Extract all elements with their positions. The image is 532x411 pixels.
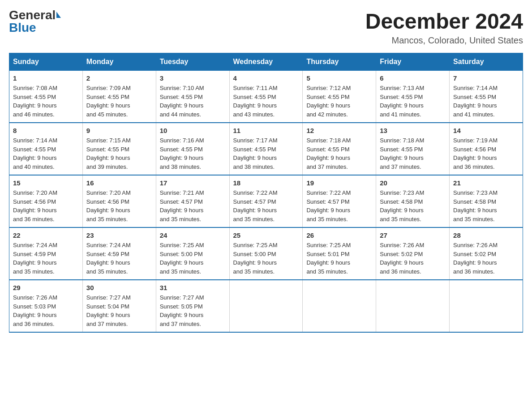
day-info: Sunrise: 7:10 AM Sunset: 4:55 PM Dayligh… xyxy=(160,84,226,119)
sunset-label: Sunset: 5:03 PM xyxy=(13,303,56,310)
sunset-label: Sunset: 4:58 PM xyxy=(453,198,496,205)
daylight-minutes: and 36 minutes. xyxy=(453,268,495,275)
calendar-week-row: 29 Sunrise: 7:26 AM Sunset: 5:03 PM Dayl… xyxy=(9,280,523,332)
day-info: Sunrise: 7:14 AM Sunset: 4:55 PM Dayligh… xyxy=(453,84,519,119)
daylight-label: Daylight: 9 hours xyxy=(380,207,424,214)
header-wednesday: Wednesday xyxy=(229,53,303,71)
sunset-label: Sunset: 5:02 PM xyxy=(453,251,496,257)
day-info: Sunrise: 7:21 AM Sunset: 4:57 PM Dayligh… xyxy=(160,188,226,223)
table-row: 15 Sunrise: 7:20 AM Sunset: 4:56 PM Dayl… xyxy=(9,175,83,227)
daylight-label: Daylight: 9 hours xyxy=(233,207,277,214)
sunset-label: Sunset: 4:55 PM xyxy=(380,146,423,153)
daylight-minutes: and 44 minutes. xyxy=(160,111,202,118)
sunrise-label: Sunrise: 7:12 AM xyxy=(306,85,351,91)
sunset-label: Sunset: 4:59 PM xyxy=(86,251,129,257)
header-saturday: Saturday xyxy=(450,53,523,71)
daylight-label: Daylight: 9 hours xyxy=(160,154,204,161)
daylight-label: Daylight: 9 hours xyxy=(380,102,424,109)
table-row: 17 Sunrise: 7:21 AM Sunset: 4:57 PM Dayl… xyxy=(156,175,229,227)
daylight-minutes: and 41 minutes. xyxy=(380,111,421,118)
daylight-minutes: and 35 minutes. xyxy=(233,268,275,275)
daylight-minutes: and 37 minutes. xyxy=(380,163,421,170)
daylight-label: Daylight: 9 hours xyxy=(453,259,497,266)
sunset-label: Sunset: 5:04 PM xyxy=(86,303,129,310)
table-row: 29 Sunrise: 7:26 AM Sunset: 5:03 PM Dayl… xyxy=(9,280,83,332)
day-number: 1 xyxy=(13,74,79,82)
daylight-label: Daylight: 9 hours xyxy=(86,259,130,266)
table-row: 28 Sunrise: 7:26 AM Sunset: 5:02 PM Dayl… xyxy=(450,227,523,280)
table-row xyxy=(376,280,450,332)
daylight-label: Daylight: 9 hours xyxy=(380,154,424,161)
day-number: 9 xyxy=(86,127,152,134)
sunrise-label: Sunrise: 7:14 AM xyxy=(13,137,57,144)
sunrise-label: Sunrise: 7:27 AM xyxy=(86,294,131,301)
sunset-label: Sunset: 5:01 PM xyxy=(306,251,349,257)
sunset-label: Sunset: 4:55 PM xyxy=(86,94,129,100)
table-row: 3 Sunrise: 7:10 AM Sunset: 4:55 PM Dayli… xyxy=(156,71,229,123)
sunrise-label: Sunrise: 7:08 AM xyxy=(13,85,57,91)
sunset-label: Sunset: 4:57 PM xyxy=(160,198,203,205)
table-row: 14 Sunrise: 7:19 AM Sunset: 4:56 PM Dayl… xyxy=(450,123,523,175)
day-number: 6 xyxy=(380,74,446,82)
day-number: 14 xyxy=(453,127,519,134)
daylight-label: Daylight: 9 hours xyxy=(13,154,57,161)
daylight-label: Daylight: 9 hours xyxy=(13,259,57,266)
location-title: Mancos, Colorado, United States xyxy=(365,35,523,46)
table-row: 26 Sunrise: 7:25 AM Sunset: 5:01 PM Dayl… xyxy=(303,227,376,280)
header-friday: Friday xyxy=(376,53,450,71)
sunset-label: Sunset: 4:56 PM xyxy=(13,198,56,205)
sunrise-label: Sunrise: 7:19 AM xyxy=(453,137,498,144)
daylight-label: Daylight: 9 hours xyxy=(306,154,350,161)
table-row: 21 Sunrise: 7:23 AM Sunset: 4:58 PM Dayl… xyxy=(450,175,523,227)
sunset-label: Sunset: 4:55 PM xyxy=(306,146,349,153)
day-info: Sunrise: 7:23 AM Sunset: 4:58 PM Dayligh… xyxy=(453,188,519,223)
page-header: General Blue December 2024 Mancos, Color… xyxy=(9,9,523,46)
daylight-label: Daylight: 9 hours xyxy=(13,312,57,318)
daylight-label: Daylight: 9 hours xyxy=(233,259,277,266)
daylight-label: Daylight: 9 hours xyxy=(160,259,204,266)
sunrise-label: Sunrise: 7:27 AM xyxy=(160,294,204,301)
day-number: 7 xyxy=(453,74,519,82)
calendar-header-row: Sunday Monday Tuesday Wednesday Thursday… xyxy=(9,53,523,71)
sunrise-label: Sunrise: 7:10 AM xyxy=(160,85,204,91)
sunrise-label: Sunrise: 7:26 AM xyxy=(453,242,498,248)
daylight-minutes: and 36 minutes. xyxy=(380,268,421,275)
table-row xyxy=(303,280,376,332)
daylight-label: Daylight: 9 hours xyxy=(306,259,350,266)
sunset-label: Sunset: 4:55 PM xyxy=(306,94,349,100)
table-row: 16 Sunrise: 7:20 AM Sunset: 4:56 PM Dayl… xyxy=(82,175,156,227)
day-info: Sunrise: 7:27 AM Sunset: 5:04 PM Dayligh… xyxy=(86,293,152,328)
sunrise-label: Sunrise: 7:21 AM xyxy=(160,189,204,196)
daylight-minutes: and 45 minutes. xyxy=(86,111,128,118)
table-row xyxy=(229,280,303,332)
day-number: 19 xyxy=(306,179,372,187)
day-info: Sunrise: 7:20 AM Sunset: 4:56 PM Dayligh… xyxy=(13,188,79,223)
table-row: 30 Sunrise: 7:27 AM Sunset: 5:04 PM Dayl… xyxy=(82,280,156,332)
table-row: 2 Sunrise: 7:09 AM Sunset: 4:55 PM Dayli… xyxy=(82,71,156,123)
day-info: Sunrise: 7:26 AM Sunset: 5:02 PM Dayligh… xyxy=(453,241,519,276)
table-row: 9 Sunrise: 7:15 AM Sunset: 4:55 PM Dayli… xyxy=(82,123,156,175)
sunrise-label: Sunrise: 7:22 AM xyxy=(233,189,278,196)
sunrise-label: Sunrise: 7:25 AM xyxy=(306,242,351,248)
sunrise-label: Sunrise: 7:14 AM xyxy=(453,85,498,91)
sunset-label: Sunset: 4:56 PM xyxy=(453,146,496,153)
daylight-minutes: and 35 minutes. xyxy=(453,216,495,223)
logo-triangle-icon xyxy=(56,12,61,18)
daylight-minutes: and 35 minutes. xyxy=(86,216,128,223)
day-info: Sunrise: 7:15 AM Sunset: 4:55 PM Dayligh… xyxy=(86,136,152,171)
table-row: 27 Sunrise: 7:26 AM Sunset: 5:02 PM Dayl… xyxy=(376,227,450,280)
table-row: 1 Sunrise: 7:08 AM Sunset: 4:55 PM Dayli… xyxy=(9,71,83,123)
day-number: 5 xyxy=(306,74,372,82)
day-info: Sunrise: 7:14 AM Sunset: 4:55 PM Dayligh… xyxy=(13,136,79,171)
table-row xyxy=(450,280,523,332)
sunset-label: Sunset: 4:55 PM xyxy=(13,146,56,153)
sunrise-label: Sunrise: 7:20 AM xyxy=(86,189,131,196)
day-number: 21 xyxy=(453,179,519,187)
table-row: 4 Sunrise: 7:11 AM Sunset: 4:55 PM Dayli… xyxy=(229,71,303,123)
sunset-label: Sunset: 4:55 PM xyxy=(160,146,203,153)
sunrise-label: Sunrise: 7:18 AM xyxy=(306,137,351,144)
day-number: 4 xyxy=(233,74,299,82)
sunrise-label: Sunrise: 7:15 AM xyxy=(86,137,131,144)
day-info: Sunrise: 7:18 AM Sunset: 4:55 PM Dayligh… xyxy=(306,136,372,171)
table-row: 6 Sunrise: 7:13 AM Sunset: 4:55 PM Dayli… xyxy=(376,71,450,123)
